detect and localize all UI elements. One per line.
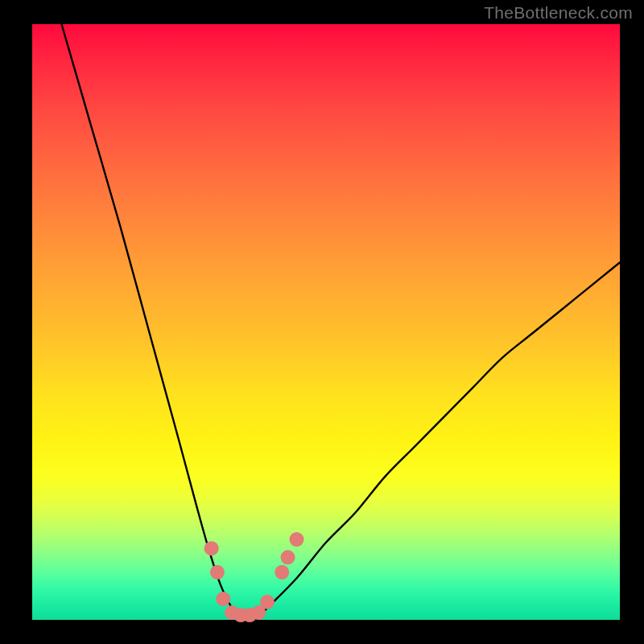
marker-dot [290, 532, 304, 547]
plot-area [32, 24, 620, 620]
curve-layer [32, 24, 620, 620]
marker-dot [281, 550, 295, 564]
marker-dot [216, 592, 230, 606]
marker-dots [204, 532, 304, 622]
marker-dot [275, 565, 289, 580]
chart-frame: TheBottleneck.com [0, 0, 644, 644]
watermark-text: TheBottleneck.com [484, 3, 633, 23]
bottleneck-curve [62, 24, 621, 621]
marker-dot [260, 595, 275, 609]
marker-dot [204, 541, 219, 555]
marker-dot [210, 565, 225, 580]
